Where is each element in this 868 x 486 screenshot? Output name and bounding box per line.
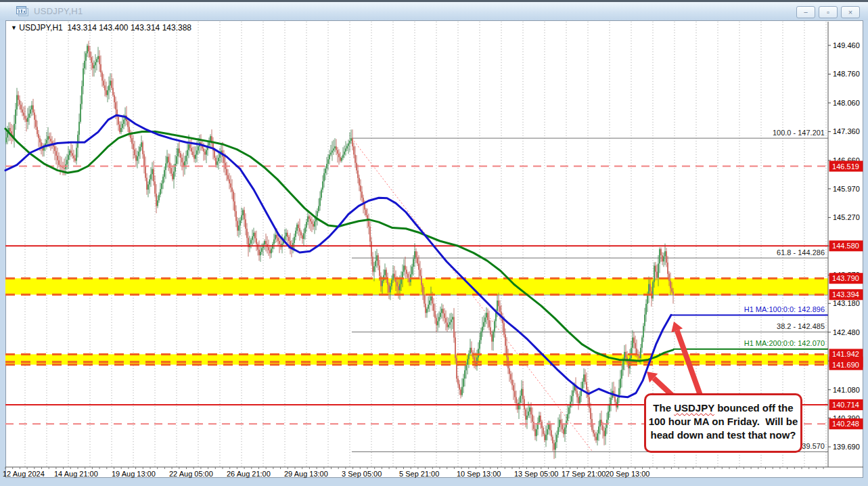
annotation-line1: The USDJPY bounced off the	[646, 401, 800, 415]
x-axis-label: 20 Sep 13:00	[606, 470, 649, 478]
y-tick-label: 145.270	[833, 213, 860, 221]
x-axis-label: 19 Aug 13:00	[112, 470, 156, 478]
price-tag-value: 141.942	[832, 350, 859, 358]
x-axis-label: 17 Sep 21:00	[562, 470, 606, 478]
y-tick-label: 148.060	[833, 99, 860, 107]
annotation-line3: head down and test that now?	[646, 428, 800, 442]
candlestick-series	[5, 41, 674, 459]
x-axis-label: 14 Aug 21:00	[54, 470, 98, 478]
x-axis-label: 5 Sep 21:00	[399, 470, 439, 478]
x-axis-label: 26 Aug 21:00	[227, 470, 271, 478]
fib-label: 38.2 - 142.485	[777, 322, 825, 330]
price-tag-value: 141.690	[832, 361, 859, 369]
support-zone	[5, 354, 828, 364]
price-tag-value: 143.394	[832, 290, 859, 299]
y-tick-label: 149.460	[833, 41, 860, 49]
price-tag-value: 140.248	[832, 420, 859, 428]
price-tag-value: 143.790	[832, 274, 859, 282]
x-axis-label: 22 Aug 05:00	[169, 470, 213, 478]
y-tick-label: 142.480	[833, 328, 860, 336]
fib-label: 61.8 - 144.286	[777, 248, 825, 257]
symbol-label: USDJPY,H1	[19, 23, 62, 32]
high-value: 143.400	[99, 23, 128, 32]
y-tick-label: 148.760	[833, 70, 860, 78]
ma100-ray-label: H1 MA:100:0:0: 142.896	[744, 305, 825, 313]
ma200-line	[5, 129, 673, 361]
x-axis-label: 3 Sep 05:00	[342, 470, 382, 478]
x-axis-label: 12 Aug 2024	[3, 470, 45, 478]
annotation-word-usdjpy: USDJPY	[674, 402, 714, 414]
y-tick-label: 147.360	[833, 127, 860, 135]
y-tick-label: 143.180	[833, 299, 860, 307]
x-axis-label: 29 Aug 13:00	[284, 470, 328, 478]
support-zone	[5, 278, 828, 294]
price-tag-value: 144.580	[832, 242, 859, 250]
annotation-box[interactable]: The USDJPY bounced off the 100 hour MA o…	[644, 393, 802, 453]
symbol-dropdown-icon[interactable]: ▼	[11, 24, 17, 31]
close-value: 143.388	[162, 23, 191, 32]
price-tag-value: 140.714	[832, 401, 859, 409]
y-tick-label: 141.080	[833, 386, 860, 394]
x-axis-label: 10 Sep 13:00	[457, 470, 501, 478]
fib-label: 100.0 - 147.201	[773, 129, 825, 137]
symbol-ohlc-header[interactable]: ▼ USDJPY,H1 143.314 143.400 143.314 143.…	[11, 23, 191, 32]
y-tick-label: 145.970	[833, 185, 860, 193]
price-tag-value: 146.519	[832, 162, 859, 171]
x-axis-label: 13 Sep 05:00	[514, 470, 558, 478]
mt4-chart-window: USDJPY,H1 − ▫ × 100.0 - 147.20161.8 - 14…	[0, 0, 868, 486]
open-value: 143.314	[67, 23, 96, 32]
annotation-line2: 100 hour MA on Friday. Will be	[646, 415, 800, 428]
y-tick-label: 139.690	[833, 443, 860, 451]
low-value: 143.314	[131, 23, 160, 32]
ma200-ray-label: H1 MA:200:0:0: 142.070	[744, 339, 825, 347]
